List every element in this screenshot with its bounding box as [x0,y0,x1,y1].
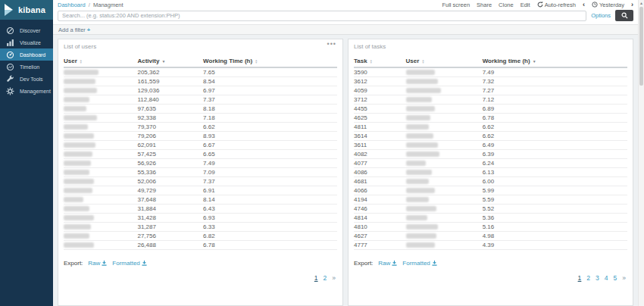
pagination-page-4[interactable]: 4 [605,274,608,282]
table-row: 31,2876.33 [64,222,337,231]
pagination-page-5[interactable]: 5 [614,274,617,282]
user-cell [64,131,137,140]
pagination-page-2[interactable]: 2 [586,274,590,282]
column-header-user[interactable]: User▲▼ [64,57,137,67]
working-time-cell: 6.78 [203,240,337,249]
time-next-button[interactable]: › [631,2,633,8]
table-row: 55,3367.09 [64,167,337,176]
discover-icon [5,26,15,35]
export-formatted-link[interactable]: Formatted [402,260,436,267]
working-time-cell: 7.09 [203,167,337,176]
working-time-cell: 7.32 [483,76,627,86]
time-prev-button[interactable]: ‹ [583,2,585,8]
export-raw-link[interactable]: Raw [88,260,107,267]
task-cell: 4681 [354,176,406,186]
pagination-page-2[interactable]: 2 [324,274,327,282]
auto-refresh-button[interactable]: Auto-refresh [537,2,576,8]
working-time-cell: 8.18 [203,104,337,113]
task-cell: 4777 [354,240,406,249]
edit-button[interactable]: Edit [521,2,530,8]
pagination-next-link[interactable]: » [332,274,336,282]
column-header-user[interactable]: User▲▼ [406,57,483,67]
redacted-user-name [64,206,89,211]
page-scrollbar[interactable]: ▲ [638,0,644,306]
pagination-page-1[interactable]: 1 [578,274,582,282]
task-cell: 3611 [354,140,406,149]
sidebar-item-visualize[interactable]: Visualize [0,36,53,48]
column-header-working-time-h-[interactable]: Working time (h)▼ [483,57,627,67]
breadcrumb: Dashboard / Managment [58,2,123,8]
redacted-user-name [406,142,438,148]
add-filter-button[interactable]: Add a filter+ [58,27,90,33]
column-header-task[interactable]: Task▲▼ [354,57,406,67]
user-cell [64,231,137,240]
task-cell: 4086 [354,167,406,176]
table-row: 48145.36 [354,213,627,222]
redacted-user-name [64,233,89,239]
redacted-user-name [64,124,88,130]
timelion-icon [5,62,15,71]
export-formatted-link[interactable]: Formatted [112,260,146,267]
table-row: 205,3627.65 [64,67,337,76]
table-row: 40826.39 [354,149,627,158]
user-cell [406,95,483,104]
working-time-cell: 6.89 [483,104,627,113]
table-row: 31,4286.93 [64,213,337,222]
pagination-page-1[interactable]: 1 [314,274,318,282]
table-row: 97,6358.18 [64,104,337,113]
pagination-next-link[interactable]: » [622,274,626,282]
user-cell [64,140,137,149]
task-cell: 3612 [354,76,406,86]
task-cell: 4625 [354,113,406,122]
sidebar-item-management[interactable]: Management [0,85,53,97]
sidebar-item-discover[interactable]: Discover [0,24,53,36]
working-time-cell: 7.37 [203,95,337,104]
sidebar-item-timelion[interactable]: Timelion [0,61,53,73]
share-button[interactable]: Share [477,2,492,8]
options-link[interactable]: Options [591,12,611,19]
user-cell [406,131,483,140]
full-screen-button[interactable]: Full screen [442,2,470,8]
table-row: 35907.49 [354,67,627,76]
task-cell: 4082 [354,149,406,158]
download-icon [392,261,397,266]
redacted-user-name [406,97,432,102]
user-cell [406,195,483,204]
task-cell: 4810 [354,222,406,231]
scrollbar-thumb[interactable] [639,7,643,86]
working-time-cell: 6.43 [203,204,337,213]
dev-tools-icon [5,74,15,83]
sort-icon: ▲▼ [80,59,83,64]
table-row: 47774.39 [354,240,627,249]
working-time-cell: 6.62 [483,131,627,140]
kibana-logo[interactable]: kibana [0,0,53,20]
user-cell [64,158,137,167]
working-time-cell: 6.00 [483,176,627,186]
user-cell [64,86,137,95]
table-row: 37127.12 [354,95,627,104]
search-input[interactable] [58,11,586,21]
dashboard-grid: List of users ••• User▲▼Activity▼Working… [53,35,638,306]
sidebar-item-dashboard[interactable]: Dashboard [0,48,53,61]
activity-cell: 31,287 [137,222,203,231]
panel-options-icon[interactable]: ••• [327,40,336,48]
sidebar-item-label: Management [20,89,51,94]
redacted-user-name [64,88,97,93]
plus-icon: + [87,27,90,33]
time-picker-button[interactable]: Yesterday [592,2,624,8]
activity-cell: 129,036 [137,86,203,95]
search-button[interactable] [615,10,633,21]
breadcrumb-dashboard-link[interactable]: Dashboard [58,2,86,8]
top-bar: Dashboard / Managment Full screen Share … [53,0,638,9]
column-header-activity[interactable]: Activity▼ [137,57,203,67]
panel-title: List of tasks [354,43,627,50]
pagination-page-3[interactable]: 3 [596,274,599,282]
clone-button[interactable]: Clone [499,2,514,8]
activity-cell: 57,425 [137,149,203,158]
column-header-working-time-h-[interactable]: Working Time (h)▲▼ [203,57,337,67]
scrollbar-up-arrow-icon[interactable]: ▲ [639,0,644,6]
export-raw-link[interactable]: Raw [378,260,397,267]
redacted-user-name [64,151,92,157]
sidebar-item-dev-tools[interactable]: Dev Tools [0,73,53,85]
user-cell [64,176,137,186]
